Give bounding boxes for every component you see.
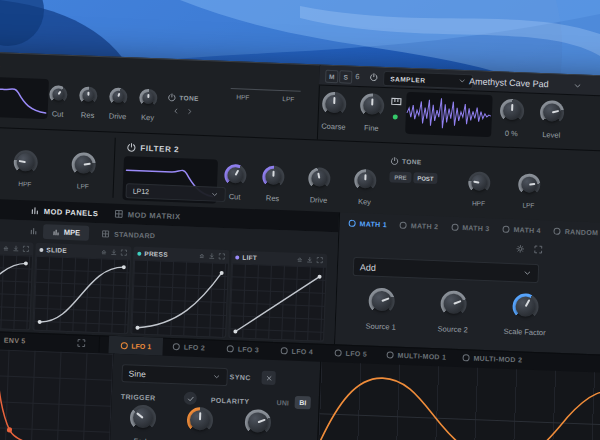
- sampler-mute-button[interactable]: M: [325, 70, 338, 83]
- tab-mod-matrix[interactable]: MOD MATRIX: [128, 210, 181, 221]
- tab-math-1[interactable]: MATH 1: [349, 219, 388, 227]
- filter2-key-knob[interactable]: [354, 169, 377, 192]
- math-source2-knob[interactable]: [440, 290, 467, 317]
- press-curve-editor[interactable]: [131, 260, 228, 338]
- sampler-solo-button[interactable]: S: [339, 70, 352, 83]
- tab-lfo-2[interactable]: LFO 2: [173, 343, 206, 351]
- sampler-percent-knob[interactable]: [500, 98, 525, 123]
- tab-env-5[interactable]: ENV 5: [0, 336, 26, 344]
- sampler-engine-value: SAMPLER: [390, 75, 426, 83]
- eject-icon[interactable]: [2, 244, 9, 251]
- env-curve-editor[interactable]: [0, 347, 114, 440]
- preset-chevron-down-icon[interactable]: [573, 81, 582, 90]
- tab-math-3[interactable]: MATH 3: [451, 223, 490, 231]
- eject-icon[interactable]: [198, 252, 205, 259]
- filter2-mode-value: LP12: [133, 187, 150, 195]
- slide-dot-icon: [39, 247, 43, 251]
- filter2-lpf-knob[interactable]: [518, 173, 541, 196]
- filter1-routing-bracket: HPF LPF: [230, 88, 301, 107]
- math-source1-knob[interactable]: [368, 288, 395, 315]
- filter2-tone-label: TONE: [402, 158, 422, 166]
- mod-panels-icon: [30, 205, 40, 215]
- filter2-drive-knob[interactable]: [308, 167, 331, 190]
- env-expand-icon[interactable]: [77, 338, 86, 347]
- sampler-fine-knob[interactable]: [360, 93, 385, 118]
- mpe-panel-slide: SLIDE: [32, 243, 131, 335]
- filter1-res-knob[interactable]: [79, 86, 98, 105]
- filter2-tone-power-icon[interactable]: [390, 156, 399, 165]
- eject-icon[interactable]: [296, 256, 303, 263]
- keyboard-icon[interactable]: [390, 95, 402, 107]
- lfo-waveform-display[interactable]: [316, 362, 600, 440]
- math-operation-dropdown[interactable]: Add: [353, 257, 540, 283]
- filter1-drive-knob[interactable]: [109, 87, 128, 106]
- press-label: PRESS: [144, 250, 168, 258]
- eject-icon[interactable]: [100, 248, 107, 255]
- filter1-curve-display[interactable]: [0, 76, 49, 119]
- download-icon[interactable]: [306, 256, 313, 263]
- expand-icon[interactable]: [22, 245, 29, 252]
- tab-math-2[interactable]: MATH 2: [400, 221, 439, 229]
- mpe-icon: [52, 228, 60, 236]
- download-icon[interactable]: [110, 249, 117, 256]
- filter2-curve-display[interactable]: LP12: [122, 156, 218, 204]
- filter1-cut-label: Cut: [52, 109, 64, 118]
- filter2-title: FILTER 2: [140, 144, 179, 154]
- math-expand-icon[interactable]: [534, 245, 543, 254]
- tab-lfo-1[interactable]: LFO 1: [108, 336, 163, 356]
- filter2-hpf-knob[interactable]: [468, 171, 491, 194]
- sampler-power-icon[interactable]: [369, 72, 378, 81]
- close-x-icon: [265, 374, 272, 381]
- polarity-uni-button[interactable]: UNI: [277, 399, 289, 406]
- filter1-prev-arrow-icon[interactable]: [172, 107, 180, 115]
- filter2-res-knob[interactable]: [262, 165, 285, 188]
- sampler-coarse-knob[interactable]: [322, 92, 347, 117]
- tab-math-4[interactable]: MATH 4: [502, 225, 541, 233]
- slide-curve-editor[interactable]: [33, 256, 130, 334]
- filter1-lpf-knob[interactable]: [71, 152, 96, 177]
- filter1-lpf-knob-label: LPF: [77, 182, 89, 189]
- filter1-cut-knob[interactable]: [49, 85, 68, 104]
- filter2-key-label: Key: [358, 197, 371, 206]
- lift-curve-editor[interactable]: [229, 263, 326, 341]
- tab-lfo-5[interactable]: LFO 5: [335, 349, 368, 357]
- filter1-hpf-knob-label: HPF: [18, 180, 31, 187]
- math-4-dot-icon: [502, 225, 509, 232]
- expand-icon[interactable]: [120, 249, 127, 256]
- expand-icon[interactable]: [218, 253, 225, 260]
- tab-lfo-4[interactable]: LFO 4: [281, 347, 314, 355]
- filter2-post-button[interactable]: POST: [413, 172, 437, 184]
- tab-mod-panels[interactable]: MOD PANELS: [44, 207, 99, 218]
- gear-icon[interactable]: [516, 244, 525, 253]
- tab-random[interactable]: RANDOM: [554, 227, 599, 236]
- lfo3-dot-icon: [227, 345, 234, 352]
- lfo2-dot-icon: [173, 343, 180, 350]
- math-panel: MATH 1 MATH 2 MATH 3 MATH 4 RANDOM Add S…: [334, 212, 600, 355]
- glide-curve-editor[interactable]: [0, 252, 32, 330]
- filter2-pre-button[interactable]: PRE: [389, 171, 411, 183]
- sampler-active-led[interactable]: [393, 114, 398, 119]
- filter1-tone-power-icon[interactable]: [167, 93, 176, 102]
- filter1-next-arrow-icon[interactable]: [186, 107, 194, 115]
- filter1-hpf-knob[interactable]: [13, 150, 38, 175]
- lfo-polarity-label: POLARITY: [211, 397, 250, 405]
- tab-mpe[interactable]: MPE: [43, 224, 90, 241]
- sampler-level-knob[interactable]: [540, 100, 565, 125]
- chevron-down-icon: [211, 190, 219, 198]
- download-icon[interactable]: [12, 245, 19, 252]
- tab-lfo-3[interactable]: LFO 3: [227, 345, 260, 353]
- polarity-bi-button[interactable]: BI: [294, 396, 310, 410]
- expand-icon[interactable]: [316, 257, 323, 264]
- standard-icon: [101, 229, 110, 238]
- mpe-panel-glide: GLIDE: [0, 239, 34, 331]
- math-scale-knob[interactable]: [512, 293, 539, 320]
- filter1-title: FILTER: [0, 62, 1, 72]
- filter2-power-icon[interactable]: [126, 142, 136, 152]
- filter1-key-knob[interactable]: [139, 89, 158, 108]
- filter2-divider: [112, 138, 115, 198]
- filter2-cut-knob[interactable]: [224, 164, 247, 187]
- sync-close-button[interactable]: [261, 371, 276, 386]
- sampler-voices-value[interactable]: 6: [355, 72, 360, 81]
- download-icon[interactable]: [208, 252, 215, 259]
- lfo1-dot-icon: [120, 342, 127, 349]
